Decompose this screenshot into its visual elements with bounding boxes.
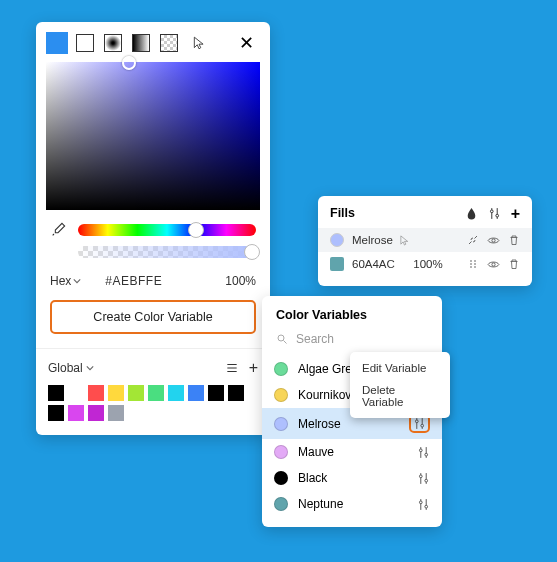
presets-header: Global +	[36, 349, 270, 385]
sliders-icon[interactable]	[417, 498, 430, 511]
delete-variable-item[interactable]: Delete Variable	[350, 379, 450, 413]
svg-point-28	[415, 420, 418, 423]
variable-swatch-icon	[274, 362, 288, 376]
svg-point-43	[425, 479, 428, 482]
preset-swatch[interactable]	[188, 385, 204, 401]
svg-point-11	[470, 266, 472, 268]
eyedropper-icon[interactable]	[50, 222, 66, 238]
variable-name: Melrose	[298, 417, 399, 431]
hue-thumb[interactable]	[188, 222, 204, 238]
svg-point-13	[492, 262, 495, 265]
preset-swatch[interactable]	[168, 385, 184, 401]
svg-point-31	[421, 424, 424, 427]
variable-row[interactable]: Black	[262, 465, 442, 491]
fill-row-hex[interactable]: 60A4AC 100%	[318, 252, 532, 276]
saturation-value-area[interactable]	[46, 62, 260, 210]
pattern-fill-icon[interactable]	[160, 34, 178, 52]
preset-swatch[interactable]	[48, 405, 64, 421]
svg-point-0	[490, 209, 493, 212]
preset-swatch[interactable]	[48, 385, 64, 401]
fills-header: Fills +	[318, 206, 532, 228]
color-picker-panel: ✕ Hex #AEBFFE 100% Create Color Variable…	[36, 22, 270, 435]
radial-gradient-icon[interactable]	[104, 34, 122, 52]
alpha-row	[36, 246, 270, 268]
variable-swatch-icon	[274, 471, 288, 485]
fill-name: Melrose	[352, 234, 459, 246]
variable-name: Mauve	[298, 445, 407, 459]
preset-swatch[interactable]	[88, 405, 104, 421]
search-icon	[276, 333, 288, 345]
variable-context-menu: Edit Variable Delete Variable	[350, 352, 450, 418]
list-view-icon[interactable]	[225, 361, 239, 375]
svg-line-15	[284, 341, 287, 344]
preset-swatches	[36, 385, 270, 435]
fill-type-toolbar: ✕	[36, 22, 270, 62]
drag-handle-icon[interactable]	[467, 258, 479, 271]
svg-point-10	[474, 263, 476, 265]
color-value-row: Hex #AEBFFE 100%	[36, 268, 270, 300]
fills-title: Fills	[330, 206, 355, 220]
preset-swatch[interactable]	[228, 385, 244, 401]
svg-point-8	[474, 260, 476, 262]
solid-fill-icon[interactable]	[48, 34, 66, 52]
preset-swatch[interactable]	[148, 385, 164, 401]
add-preset-icon[interactable]: +	[249, 359, 258, 377]
preset-swatch[interactable]	[108, 385, 124, 401]
svg-point-3	[496, 214, 499, 217]
hue-row	[36, 210, 270, 246]
fill-name: 60A4AC 100%	[352, 258, 459, 270]
hue-slider[interactable]	[78, 224, 256, 236]
alpha-thumb[interactable]	[244, 244, 260, 260]
svg-point-37	[425, 453, 428, 456]
linear-gradient-icon[interactable]	[76, 34, 94, 52]
svg-point-7	[470, 260, 472, 262]
variable-row[interactable]: Mauve	[262, 439, 442, 465]
visibility-icon[interactable]	[487, 258, 500, 271]
fill-swatch-icon	[330, 257, 344, 271]
svg-point-46	[419, 500, 422, 503]
angular-gradient-icon[interactable]	[132, 34, 150, 52]
preset-swatch[interactable]	[88, 385, 104, 401]
fill-swatch-icon	[330, 233, 344, 247]
svg-point-40	[419, 474, 422, 477]
preset-swatch[interactable]	[108, 405, 124, 421]
variable-swatch-icon	[274, 445, 288, 459]
svg-point-12	[474, 266, 476, 268]
variable-name: Black	[298, 471, 407, 485]
blend-mode-icon[interactable]	[465, 207, 478, 220]
variable-row[interactable]: Neptune	[262, 491, 442, 517]
cursor-icon[interactable]	[192, 36, 206, 50]
sliders-icon[interactable]	[417, 446, 430, 459]
variable-swatch-icon	[274, 497, 288, 511]
search-placeholder: Search	[296, 332, 334, 346]
settings-icon[interactable]	[488, 207, 501, 220]
preset-swatch[interactable]	[68, 405, 84, 421]
delete-icon[interactable]	[508, 234, 520, 247]
create-color-variable-button[interactable]: Create Color Variable	[50, 300, 256, 334]
preset-swatch[interactable]	[128, 385, 144, 401]
opacity-input[interactable]: 100%	[225, 274, 256, 288]
variable-swatch-icon	[274, 388, 288, 402]
sliders-icon[interactable]	[417, 472, 430, 485]
sv-thumb[interactable]	[122, 56, 136, 70]
preset-swatch[interactable]	[208, 385, 224, 401]
variable-name: Neptune	[298, 497, 407, 511]
svg-point-34	[419, 448, 422, 451]
add-fill-icon[interactable]: +	[511, 207, 520, 220]
detach-icon[interactable]	[467, 234, 479, 247]
edit-variable-item[interactable]: Edit Variable	[350, 357, 450, 379]
alpha-slider[interactable]	[78, 246, 256, 258]
format-select[interactable]: Hex	[50, 274, 81, 288]
close-icon[interactable]: ✕	[235, 32, 258, 54]
variable-swatch-icon	[274, 417, 288, 431]
delete-icon[interactable]	[508, 258, 520, 271]
preset-swatch[interactable]	[68, 385, 84, 401]
cursor-icon	[399, 235, 410, 246]
presets-scope-select[interactable]: Global	[48, 361, 94, 375]
svg-point-9	[470, 263, 472, 265]
hex-input[interactable]: #AEBFFE	[105, 274, 162, 288]
fills-panel: Fills + Melrose 60A4AC 100%	[318, 196, 532, 286]
fill-row-melrose[interactable]: Melrose	[318, 228, 532, 252]
color-variables-title: Color Variables	[262, 308, 442, 332]
visibility-icon[interactable]	[487, 234, 500, 247]
